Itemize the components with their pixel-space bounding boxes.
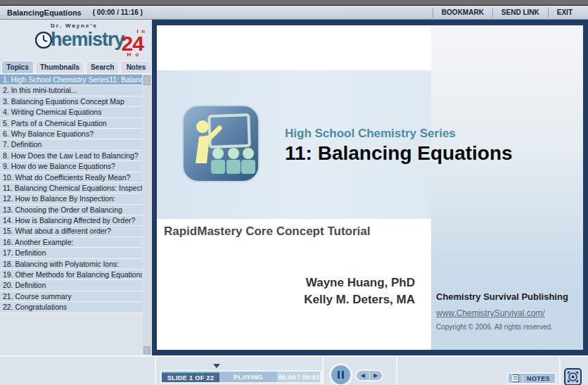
topic-list-item[interactable]: 13. Choosing the Order of Balancing [0, 205, 142, 215]
titlebar-actions: BOOKMARKSEND LINKEXIT [433, 6, 581, 19]
topic-list-item[interactable]: 5. Parts of a Chemical Equation [0, 118, 142, 129]
publisher-website-link[interactable]: www.ChemistrySurvival.com/ [436, 308, 577, 318]
slide-stage: High School Chemistry Series 11: Balanci… [152, 20, 588, 355]
fullscreen-expand-icon [567, 371, 579, 383]
pause-icon [342, 371, 344, 379]
panel-divider [322, 357, 324, 385]
chemistry24-logo: Dr. Wayne's hemistry I n 24 H o u r s [0, 20, 152, 59]
title-bar: BalancingEquations ( 00:00 / 11:16 ) BOO… [0, 6, 588, 20]
topic-list-item[interactable]: 21. Course summary [0, 291, 142, 302]
notes-button-label: NOTES [523, 375, 550, 382]
topic-list-item[interactable]: 3. Balancing Equations Concept Map [0, 96, 142, 107]
titlebar-action-button[interactable]: BOOKMARK [433, 8, 492, 18]
logo-hours: H o u r s [127, 52, 148, 59]
copyright-text: Copyright © 2006. All rights reserved. [436, 323, 577, 331]
topic-list-item[interactable]: 16. Another Example: [0, 237, 142, 248]
slide-canvas: High School Chemistry Series 11: Balanci… [157, 25, 583, 350]
sidebar-tab[interactable]: Search [86, 61, 119, 73]
slide-progress-bar[interactable]: SLIDE 1 OF 22 PLAYING 00:00 / 00:02 [160, 370, 322, 384]
slide-counter-segment[interactable]: SLIDE 1 OF 22 [162, 372, 219, 382]
logo-dr-waynes: Dr. Wayne's [51, 23, 148, 29]
titlebar-action-button[interactable]: EXIT [548, 8, 581, 18]
playback-bar: SLIDE 1 OF 22 PLAYING 00:00 / 00:02 ◀ ▶ … [0, 355, 588, 385]
topic-list-item[interactable]: 18. Balancing with Polyatomic Ions: [0, 259, 142, 270]
topic-list-item[interactable]: 11. Balancing Chemical Equations: Inspec… [0, 183, 142, 194]
clock-icon [35, 32, 52, 49]
pause-button[interactable] [329, 363, 352, 385]
topic-list-item[interactable]: 14. How is Balancing Affected by Order? [0, 215, 142, 226]
scrollbar-bottom-button[interactable] [143, 346, 151, 354]
slide-series-heading: High School Chemistry Series [285, 127, 456, 141]
presentation-title: BalancingEquations [7, 8, 82, 17]
slide-step-controls: ◀ ▶ [355, 370, 383, 381]
topic-list-item[interactable]: 6. Why Balance Equations? [0, 129, 142, 139]
topic-list-item[interactable]: 15. What about a different order? [0, 226, 142, 236]
topics-list: 1. High School Chemistry Series11: Balan… [0, 75, 142, 355]
topic-list-item[interactable]: 7. Definition [0, 139, 142, 150]
playhead-marker[interactable] [213, 364, 220, 368]
topic-list-item[interactable]: 4. Writing Chemical Equations [0, 107, 142, 118]
topic-list-item[interactable]: 8. How Does the Law Lead to Balancing? [0, 151, 142, 161]
publisher-name: Chemistry Survival Publishing [436, 291, 577, 302]
pause-icon [338, 371, 340, 379]
logo-chemistry: hemistry [35, 29, 124, 51]
sidebar-tab[interactable]: Notes [120, 61, 152, 73]
author-name: Kelly M. Deters, MA [304, 291, 415, 308]
panel-divider [396, 357, 397, 385]
teacher-classroom-icon [181, 104, 260, 183]
topic-list-item[interactable]: 12. How to Balance By Inspection: [0, 194, 142, 204]
fullscreen-button[interactable] [564, 368, 582, 385]
topic-list-item[interactable]: 19. Other Methods for Balancing Equation… [0, 270, 142, 280]
topic-list-item[interactable]: 9. How do we Balance Equations? [0, 161, 142, 172]
notes-button[interactable]: NOTES [507, 372, 556, 384]
publisher-block: Chemistry Survival Publishing www.Chemis… [436, 291, 577, 331]
topic-list-item[interactable]: 2. In this mini-tutorial... [0, 85, 142, 96]
sidebar-tabs: TopicsThumbnailsSearchNotes [0, 59, 152, 73]
topic-list-item[interactable]: 22. Congratulations [0, 302, 142, 313]
next-slide-button[interactable]: ▶ [370, 371, 383, 380]
window-top-strip [0, 0, 588, 6]
panel-divider [155, 357, 156, 385]
sidebar-tab[interactable]: Topics [1, 61, 34, 73]
sidebar: Dr. Wayne's hemistry I n 24 H o u r s [0, 20, 152, 355]
titlebar-action-button[interactable]: SEND LINK [492, 8, 548, 18]
topics-scrollbar[interactable] [143, 75, 151, 355]
topic-list-item[interactable]: 1. High School Chemistry Series11: Balan… [0, 75, 142, 85]
slide-subtitle: RapidMastery Core Concept Tutorial [164, 225, 370, 239]
total-time: ( 00:00 / 11:16 ) [93, 8, 143, 16]
previous-slide-button[interactable]: ◀ [357, 371, 370, 380]
playing-status-segment: PLAYING [219, 372, 278, 382]
slide-authors: Wayne Huang, PhDKelly M. Deters, MA [304, 274, 415, 308]
slide-main-title: 11: Balancing Equations [285, 142, 513, 165]
topics-panel: 1. High School Chemistry Series11: Balan… [0, 73, 152, 355]
author-name: Wayne Huang, PhD [304, 274, 415, 291]
topic-list-item[interactable]: 17. Definition [0, 248, 142, 258]
slide-time-segment: 00:00 / 00:02 [278, 372, 320, 382]
sidebar-tab[interactable]: Thumbnails [35, 61, 84, 73]
notes-icon [512, 374, 519, 382]
scrollbar-thumb[interactable] [143, 75, 151, 85]
topic-list-item[interactable]: 20. Definition [0, 280, 142, 291]
panel-divider [559, 357, 561, 385]
topic-list-item[interactable]: 10. What do Coefficients Really Mean? [0, 172, 142, 183]
